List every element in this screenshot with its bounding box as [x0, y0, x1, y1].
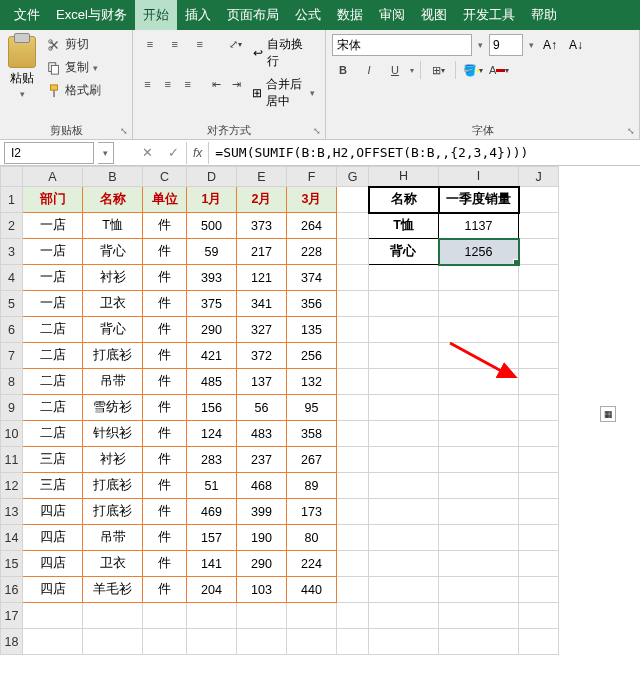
cell[interactable]: [439, 343, 519, 369]
cell[interactable]: 名称: [83, 187, 143, 213]
cell[interactable]: [439, 421, 519, 447]
cell[interactable]: 290: [187, 317, 237, 343]
fx-label[interactable]: fx: [186, 142, 209, 164]
column-header[interactable]: A: [23, 167, 83, 187]
cell[interactable]: [519, 525, 559, 551]
orientation-button[interactable]: ⤢▾: [225, 34, 247, 54]
cell[interactable]: 500: [187, 213, 237, 239]
cell[interactable]: 一季度销量: [439, 187, 519, 213]
cell[interactable]: 375: [187, 291, 237, 317]
alignment-launcher-icon[interactable]: ⤡: [313, 126, 321, 136]
row-header[interactable]: 3: [1, 239, 23, 265]
cell[interactable]: [143, 603, 187, 629]
cell[interactable]: 雪纺衫: [83, 395, 143, 421]
cell[interactable]: [369, 499, 439, 525]
cell[interactable]: 267: [287, 447, 337, 473]
autofill-options-icon[interactable]: ▦: [600, 406, 616, 422]
tab-start[interactable]: 开始: [135, 0, 177, 30]
cell[interactable]: 374: [287, 265, 337, 291]
cell[interactable]: [369, 291, 439, 317]
cell[interactable]: 打底衫: [83, 499, 143, 525]
cell[interactable]: 228: [287, 239, 337, 265]
cell[interactable]: 一店: [23, 291, 83, 317]
cell[interactable]: [439, 577, 519, 603]
cell[interactable]: [519, 291, 559, 317]
cell[interactable]: [439, 629, 519, 655]
cell[interactable]: 件: [143, 343, 187, 369]
row-header[interactable]: 14: [1, 525, 23, 551]
cell[interactable]: 二店: [23, 369, 83, 395]
cell[interactable]: [337, 187, 369, 213]
cell[interactable]: 卫衣: [83, 291, 143, 317]
row-header[interactable]: 2: [1, 213, 23, 239]
cell[interactable]: [237, 629, 287, 655]
cell[interactable]: 173: [287, 499, 337, 525]
cell[interactable]: [337, 317, 369, 343]
name-box[interactable]: [4, 142, 94, 164]
cell[interactable]: [369, 577, 439, 603]
cell[interactable]: 224: [287, 551, 337, 577]
cell[interactable]: 290: [237, 551, 287, 577]
cell[interactable]: [337, 603, 369, 629]
cell[interactable]: 针织衫: [83, 421, 143, 447]
cell[interactable]: 137: [237, 369, 287, 395]
row-header[interactable]: 13: [1, 499, 23, 525]
cell[interactable]: 一店: [23, 265, 83, 291]
cell[interactable]: 156: [187, 395, 237, 421]
spreadsheet-grid[interactable]: ABCDEFGHIJ1部门名称单位1月2月3月名称一季度销量2一店T恤件5003…: [0, 166, 640, 655]
cell[interactable]: [337, 473, 369, 499]
cell[interactable]: [519, 187, 559, 213]
fill-color-button[interactable]: 🪣▾: [462, 60, 484, 80]
cell[interactable]: 217: [237, 239, 287, 265]
cell[interactable]: [519, 473, 559, 499]
cell[interactable]: 56: [237, 395, 287, 421]
cell[interactable]: 三店: [23, 473, 83, 499]
cell[interactable]: 件: [143, 291, 187, 317]
cell[interactable]: 327: [237, 317, 287, 343]
row-header[interactable]: 4: [1, 265, 23, 291]
cell[interactable]: 358: [287, 421, 337, 447]
cell[interactable]: 三店: [23, 447, 83, 473]
cell[interactable]: [439, 499, 519, 525]
cell[interactable]: 一店: [23, 239, 83, 265]
cell[interactable]: 件: [143, 265, 187, 291]
tab-file[interactable]: 文件: [6, 0, 48, 30]
column-header[interactable]: E: [237, 167, 287, 187]
cell[interactable]: 部门: [23, 187, 83, 213]
cell[interactable]: 件: [143, 577, 187, 603]
cell[interactable]: [519, 343, 559, 369]
tab-help[interactable]: 帮助: [523, 0, 565, 30]
cell[interactable]: 237: [237, 447, 287, 473]
cell[interactable]: [369, 369, 439, 395]
cell[interactable]: [519, 447, 559, 473]
cell[interactable]: 372: [237, 343, 287, 369]
cell[interactable]: [369, 629, 439, 655]
cell[interactable]: 204: [187, 577, 237, 603]
cut-button[interactable]: 剪切: [44, 34, 104, 55]
cell[interactable]: 件: [143, 447, 187, 473]
row-header[interactable]: 10: [1, 421, 23, 447]
cell[interactable]: 103: [237, 577, 287, 603]
italic-button[interactable]: I: [358, 60, 380, 80]
clipboard-launcher-icon[interactable]: ⤡: [120, 126, 128, 136]
row-header[interactable]: 17: [1, 603, 23, 629]
merge-center-button[interactable]: ⊞合并后居中▾: [248, 74, 319, 112]
row-header[interactable]: 11: [1, 447, 23, 473]
cell[interactable]: 件: [143, 317, 187, 343]
tab-formula[interactable]: 公式: [287, 0, 329, 30]
cell[interactable]: [23, 629, 83, 655]
bold-button[interactable]: B: [332, 60, 354, 80]
cell[interactable]: 吊带: [83, 525, 143, 551]
cell[interactable]: [439, 395, 519, 421]
paste-button[interactable]: 粘贴 ▾: [6, 34, 38, 101]
cell[interactable]: 二店: [23, 343, 83, 369]
cell[interactable]: 80: [287, 525, 337, 551]
column-header[interactable]: F: [287, 167, 337, 187]
cell[interactable]: [23, 603, 83, 629]
cell[interactable]: 二店: [23, 317, 83, 343]
paste-dropdown-icon[interactable]: ▾: [20, 89, 25, 99]
cell[interactable]: [237, 603, 287, 629]
cell[interactable]: [369, 421, 439, 447]
cell[interactable]: 51: [187, 473, 237, 499]
cell[interactable]: 483: [237, 421, 287, 447]
